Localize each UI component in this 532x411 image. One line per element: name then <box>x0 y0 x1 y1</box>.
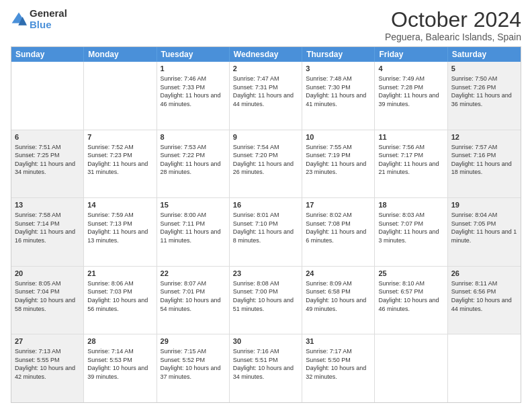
day-cell: 24Sunrise: 8:09 AM Sunset: 6:58 PM Dayli… <box>302 267 375 334</box>
day-info: Sunrise: 7:55 AM Sunset: 7:19 PM Dayligh… <box>306 143 371 177</box>
day-cell: 20Sunrise: 8:05 AM Sunset: 7:04 PM Dayli… <box>11 267 84 334</box>
day-cell <box>448 334 521 402</box>
logo: General Blue <box>11 8 67 30</box>
logo-text: General Blue <box>30 8 67 30</box>
day-info: Sunrise: 7:17 AM Sunset: 5:50 PM Dayligh… <box>306 347 371 381</box>
day-cell: 5Sunrise: 7:50 AM Sunset: 7:26 PM Daylig… <box>448 62 521 130</box>
day-cell: 3Sunrise: 7:48 AM Sunset: 7:30 PM Daylig… <box>302 62 375 130</box>
day-header-tuesday: Tuesday <box>157 47 230 62</box>
day-header-thursday: Thursday <box>302 47 375 62</box>
day-cell: 31Sunrise: 7:17 AM Sunset: 5:50 PM Dayli… <box>302 334 375 402</box>
day-info: Sunrise: 7:59 AM Sunset: 7:13 PM Dayligh… <box>87 211 152 244</box>
day-info: Sunrise: 7:14 AM Sunset: 5:53 PM Dayligh… <box>87 347 152 381</box>
day-info: Sunrise: 8:03 AM Sunset: 7:07 PM Dayligh… <box>378 211 443 244</box>
day-info: Sunrise: 7:49 AM Sunset: 7:28 PM Dayligh… <box>378 75 443 108</box>
day-number: 7 <box>87 132 152 142</box>
day-cell: 18Sunrise: 8:03 AM Sunset: 7:07 PM Dayli… <box>375 198 447 266</box>
day-cell <box>375 334 447 402</box>
day-cell: 4Sunrise: 7:49 AM Sunset: 7:28 PM Daylig… <box>375 62 447 130</box>
day-cell <box>11 62 84 130</box>
day-number: 19 <box>451 200 517 210</box>
day-info: Sunrise: 8:00 AM Sunset: 7:11 PM Dayligh… <box>161 211 226 244</box>
day-cell: 6Sunrise: 7:51 AM Sunset: 7:25 PM Daylig… <box>11 130 84 198</box>
day-info: Sunrise: 7:53 AM Sunset: 7:22 PM Dayligh… <box>161 143 226 177</box>
day-info: Sunrise: 7:50 AM Sunset: 7:26 PM Dayligh… <box>451 75 517 108</box>
day-headers-row: SundayMondayTuesdayWednesdayThursdayFrid… <box>11 47 521 62</box>
day-cell: 19Sunrise: 8:04 AM Sunset: 7:05 PM Dayli… <box>448 198 521 266</box>
day-cell: 23Sunrise: 8:08 AM Sunset: 7:00 PM Dayli… <box>230 267 302 334</box>
weeks-container: 1Sunrise: 7:46 AM Sunset: 7:33 PM Daylig… <box>11 62 521 402</box>
day-cell: 12Sunrise: 7:57 AM Sunset: 7:16 PM Dayli… <box>448 130 521 198</box>
day-cell: 16Sunrise: 8:01 AM Sunset: 7:10 PM Dayli… <box>230 198 302 266</box>
day-info: Sunrise: 8:11 AM Sunset: 6:56 PM Dayligh… <box>451 279 517 313</box>
day-cell: 17Sunrise: 8:02 AM Sunset: 7:08 PM Dayli… <box>302 198 375 266</box>
day-info: Sunrise: 8:01 AM Sunset: 7:10 PM Dayligh… <box>233 211 298 244</box>
calendar: SundayMondayTuesdayWednesdayThursdayFrid… <box>11 46 521 403</box>
day-number: 10 <box>306 132 371 142</box>
day-number: 24 <box>306 269 371 279</box>
day-cell: 21Sunrise: 8:06 AM Sunset: 7:03 PM Dayli… <box>84 267 157 334</box>
day-cell: 15Sunrise: 8:00 AM Sunset: 7:11 PM Dayli… <box>157 198 230 266</box>
day-number: 13 <box>15 200 80 210</box>
day-header-saturday: Saturday <box>448 47 521 62</box>
day-number: 27 <box>15 336 80 347</box>
day-info: Sunrise: 8:04 AM Sunset: 7:05 PM Dayligh… <box>451 211 517 244</box>
day-number: 21 <box>87 269 152 279</box>
day-header-friday: Friday <box>375 47 447 62</box>
day-cell: 8Sunrise: 7:53 AM Sunset: 7:22 PM Daylig… <box>157 130 230 198</box>
title-section: October 2024 Peguera, Balearic Islands, … <box>385 8 521 42</box>
day-info: Sunrise: 7:47 AM Sunset: 7:31 PM Dayligh… <box>233 75 298 108</box>
day-info: Sunrise: 7:51 AM Sunset: 7:25 PM Dayligh… <box>15 143 80 177</box>
day-number: 23 <box>233 269 298 279</box>
day-number: 18 <box>378 200 443 210</box>
day-info: Sunrise: 8:02 AM Sunset: 7:08 PM Dayligh… <box>306 211 371 244</box>
day-info: Sunrise: 8:05 AM Sunset: 7:04 PM Dayligh… <box>15 279 80 313</box>
week-row-2: 6Sunrise: 7:51 AM Sunset: 7:25 PM Daylig… <box>11 130 521 199</box>
day-info: Sunrise: 7:13 AM Sunset: 5:55 PM Dayligh… <box>15 347 80 381</box>
day-number: 26 <box>451 269 517 279</box>
day-header-wednesday: Wednesday <box>230 47 302 62</box>
week-row-5: 27Sunrise: 7:13 AM Sunset: 5:55 PM Dayli… <box>11 334 521 402</box>
day-number: 14 <box>87 200 152 210</box>
week-row-1: 1Sunrise: 7:46 AM Sunset: 7:33 PM Daylig… <box>11 62 521 130</box>
day-info: Sunrise: 7:16 AM Sunset: 5:51 PM Dayligh… <box>233 347 298 381</box>
day-cell: 28Sunrise: 7:14 AM Sunset: 5:53 PM Dayli… <box>84 334 157 402</box>
day-number: 12 <box>451 132 517 142</box>
day-info: Sunrise: 8:06 AM Sunset: 7:03 PM Dayligh… <box>87 279 152 313</box>
day-info: Sunrise: 7:46 AM Sunset: 7:33 PM Dayligh… <box>161 75 226 108</box>
day-cell: 26Sunrise: 8:11 AM Sunset: 6:56 PM Dayli… <box>448 267 521 334</box>
day-cell <box>84 62 157 130</box>
day-number: 16 <box>233 200 298 210</box>
day-number: 31 <box>306 336 371 347</box>
day-info: Sunrise: 7:54 AM Sunset: 7:20 PM Dayligh… <box>233 143 298 177</box>
day-cell: 22Sunrise: 8:07 AM Sunset: 7:01 PM Dayli… <box>157 267 230 334</box>
day-number: 17 <box>306 200 371 210</box>
day-cell: 29Sunrise: 7:15 AM Sunset: 5:52 PM Dayli… <box>157 334 230 402</box>
day-number: 9 <box>233 132 298 142</box>
day-number: 1 <box>161 64 226 74</box>
day-header-sunday: Sunday <box>11 47 84 62</box>
day-info: Sunrise: 8:07 AM Sunset: 7:01 PM Dayligh… <box>161 279 226 313</box>
day-number: 2 <box>233 64 298 74</box>
week-row-4: 20Sunrise: 8:05 AM Sunset: 7:04 PM Dayli… <box>11 267 521 335</box>
day-cell: 1Sunrise: 7:46 AM Sunset: 7:33 PM Daylig… <box>157 62 230 130</box>
day-cell: 13Sunrise: 7:58 AM Sunset: 7:14 PM Dayli… <box>11 198 84 266</box>
day-info: Sunrise: 7:57 AM Sunset: 7:16 PM Dayligh… <box>451 143 517 177</box>
day-number: 4 <box>378 64 443 74</box>
day-info: Sunrise: 7:52 AM Sunset: 7:23 PM Dayligh… <box>87 143 152 177</box>
day-number: 28 <box>87 336 152 347</box>
day-number: 6 <box>15 132 80 142</box>
day-number: 20 <box>15 269 80 279</box>
day-number: 30 <box>233 336 298 347</box>
day-info: Sunrise: 7:48 AM Sunset: 7:30 PM Dayligh… <box>306 75 371 108</box>
location: Peguera, Balearic Islands, Spain <box>385 32 521 42</box>
day-cell: 27Sunrise: 7:13 AM Sunset: 5:55 PM Dayli… <box>11 334 84 402</box>
day-info: Sunrise: 8:09 AM Sunset: 6:58 PM Dayligh… <box>306 279 371 313</box>
day-header-monday: Monday <box>84 47 157 62</box>
day-info: Sunrise: 7:58 AM Sunset: 7:14 PM Dayligh… <box>15 211 80 244</box>
day-info: Sunrise: 7:15 AM Sunset: 5:52 PM Dayligh… <box>161 347 226 381</box>
day-cell: 10Sunrise: 7:55 AM Sunset: 7:19 PM Dayli… <box>302 130 375 198</box>
day-number: 25 <box>378 269 443 279</box>
day-number: 8 <box>161 132 226 142</box>
day-info: Sunrise: 8:08 AM Sunset: 7:00 PM Dayligh… <box>233 279 298 313</box>
